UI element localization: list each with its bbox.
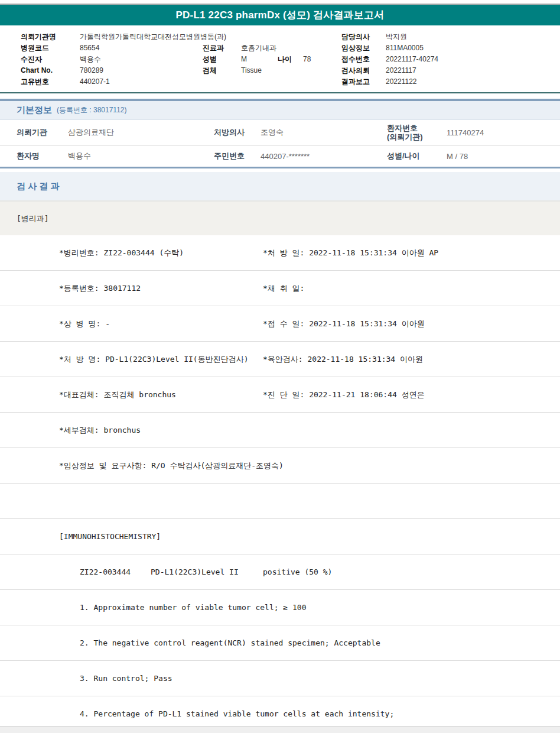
basic-info-row: 의뢰기관 삼광의료재단 처방의사 조영숙 환자번호(의뢰기관) 11174027…	[0, 120, 560, 145]
report-page: PD-L1 22C3 pharmDx (성모) 검사결과보고서 의뢰기관명 가톨…	[0, 0, 560, 733]
result-row: *임상정보 및 요구사항: R/O 수탁검사(삼광의료재단-조영숙)	[0, 448, 560, 484]
field-label-line: (의뢰기관)	[387, 132, 447, 141]
field-label: 주민번호	[214, 151, 261, 161]
section-title: 검 사 결 과	[17, 181, 60, 192]
field-value: M / 78	[447, 152, 560, 161]
result-field-right: *접 수 일: 2022-11-18 15:31:34 이아원	[263, 319, 560, 329]
result-field-left: *등록번호: 38017112	[59, 283, 263, 294]
department-row: [병리과]	[0, 202, 560, 235]
field-value: 가톨릭학원가톨릭대학교대전성모병원병동(과)	[80, 33, 226, 41]
field-label: 성별	[203, 55, 217, 64]
basic-info-row: 환자명 백용수 주민번호 440207-******* 성별/나이 M / 78	[0, 145, 560, 167]
result-row: *병리번호: ZI22-003444 (수탁) *처 방 일: 2022-11-…	[0, 235, 560, 271]
result-field-left: *처 방 명: PD-L1(22C3)Level II(동반진단검사)	[59, 354, 263, 365]
header-row: 고유번호 440207-1 결과보고 20221122	[0, 77, 560, 86]
field-value: 삼광의료재단	[68, 127, 214, 138]
ihc-note: 2. The negative control reagent(NCR) sta…	[80, 638, 380, 647]
result-field-left: *병리번호: ZI22-003444 (수탁)	[59, 248, 263, 258]
field-label: 진료과	[203, 44, 224, 53]
ihc-note: 4. Percentage of PD-L1 stained viable tu…	[80, 709, 394, 718]
field-label: 고유번호	[21, 77, 49, 86]
report-header-info: 의뢰기관명 가톨릭학원가톨릭대학교대전성모병원병동(과) 담당의사 박지원 병원…	[0, 25, 560, 89]
result-row: *등록번호: 38017112 *채 취 일:	[0, 271, 560, 306]
department-label: [병리과]	[17, 213, 49, 224]
field-label: 나이	[278, 55, 292, 64]
result-field-left: *세부검체: bronchus	[59, 425, 263, 436]
ihc-result-value: positive (50 %)	[263, 567, 332, 576]
header-row: 수진자 백용수 성별 M 나이 78 접수번호 20221117-40274	[0, 55, 560, 64]
field-value: M	[241, 55, 247, 64]
header-row: 병원코드 85654 진료과 호흡기내과 임상정보 811MA0005	[0, 44, 560, 53]
field-label: 환자번호(의뢰기관)	[387, 124, 447, 141]
result-field-right: *채 취 일:	[263, 283, 560, 294]
section-title: 기본정보	[17, 105, 52, 116]
field-value: 811MA0005	[386, 44, 424, 53]
field-value: 780289	[80, 66, 103, 75]
ihc-test-name: PD-L1(22C3)Level II	[151, 567, 263, 576]
field-value: 20221117-40274	[386, 55, 438, 64]
field-label: 담당의사	[341, 33, 370, 41]
result-field-right: *육안검사: 2022-11-18 15:31:34 이아원	[263, 354, 560, 365]
field-value: 20221122	[386, 77, 417, 86]
result-field-left: *임상정보 및 요구사항: R/O 수탁검사(삼광의료재단-조영숙)	[59, 460, 284, 471]
basic-info-header: 기본정보 (등록번호 : 38017112)	[0, 101, 560, 120]
ihc-note-row: 1. Approximate number of viable tumor ce…	[0, 590, 560, 625]
field-value: 백용수	[68, 151, 214, 161]
field-label: 성별/나이	[387, 151, 447, 161]
results-section-header: 검 사 결 과	[0, 172, 560, 202]
field-label: 검사의뢰	[341, 66, 370, 75]
field-label: 의뢰기관	[17, 127, 68, 138]
field-label: 접수번호	[341, 55, 370, 64]
footer-strip	[0, 726, 560, 733]
header-row: Chart No. 780289 검체 Tissue 검사의뢰 20221117	[0, 66, 560, 75]
header-row: 의뢰기관명 가톨릭학원가톨릭대학교대전성모병원병동(과) 담당의사 박지원	[0, 33, 560, 41]
field-label: 수진자	[21, 55, 42, 64]
field-value: 440207-1	[80, 77, 110, 86]
field-label: 병원코드	[21, 44, 49, 53]
result-field-right: *처 방 일: 2022-11-18 15:31:34 이아원 AP	[263, 248, 560, 258]
ihc-specimen-no: ZI22-003444	[80, 567, 151, 576]
top-strip	[0, 0, 560, 5]
empty-row	[0, 484, 560, 519]
basic-info-section: 기본정보 (등록번호 : 38017112) 의뢰기관 삼광의료재단 처방의사 …	[0, 99, 560, 168]
ihc-note: 3. Run control; Pass	[80, 674, 172, 683]
ihc-note-row: 2. The negative control reagent(NCR) sta…	[0, 625, 560, 661]
section-subtitle: (등록번호 : 38017112)	[57, 105, 127, 115]
field-value: 440207-*******	[261, 152, 387, 161]
field-value: 박지원	[386, 33, 407, 41]
result-row: *대표검체: 조직검체 bronchus *진 단 일: 2022-11-21 …	[0, 377, 560, 413]
field-label: 환자명	[17, 151, 68, 161]
field-label: 결과보고	[341, 77, 370, 86]
field-value: 111740274	[447, 128, 560, 137]
ihc-section-row: [IMMUNOHISTOCHEMISTRY]	[0, 519, 560, 554]
field-value: 85654	[80, 44, 99, 53]
field-value: 백용수	[80, 55, 101, 64]
field-value: 20221117	[386, 66, 416, 75]
page-title: PD-L1 22C3 pharmDx (성모) 검사결과보고서	[176, 8, 385, 22]
ihc-note-row: 3. Run control; Pass	[0, 661, 560, 696]
result-field-left: *상 병 명: -	[59, 319, 263, 329]
ihc-note: 1. Approximate number of viable tumor ce…	[80, 603, 307, 612]
field-label: Chart No.	[21, 66, 53, 75]
result-field-left: *대표검체: 조직검체 bronchus	[59, 390, 263, 400]
field-value: Tissue	[241, 66, 262, 75]
field-value: 호흡기내과	[241, 44, 276, 53]
field-value: 조영숙	[261, 127, 387, 138]
result-row: *세부검체: bronchus	[0, 413, 560, 448]
result-row: *상 병 명: - *접 수 일: 2022-11-18 15:31:34 이아…	[0, 306, 560, 342]
field-value: 78	[303, 55, 311, 64]
result-row: *처 방 명: PD-L1(22C3)Level II(동반진단검사) *육안검…	[0, 342, 560, 377]
ihc-section-label: [IMMUNOHISTOCHEMISTRY]	[59, 532, 161, 541]
field-label-line: 환자번호	[387, 124, 447, 132]
divider-line	[0, 92, 560, 93]
field-label: 검체	[203, 66, 217, 75]
field-label: 임상정보	[341, 44, 370, 53]
result-field-right: *진 단 일: 2022-11-21 18:06:44 성연은	[263, 390, 560, 400]
report-title-bar: PD-L1 22C3 pharmDx (성모) 검사결과보고서	[0, 5, 560, 25]
field-label: 처방의사	[214, 127, 261, 138]
ihc-result-row: ZI22-003444 PD-L1(22C3)Level II positive…	[0, 554, 560, 590]
field-label: 의뢰기관명	[21, 33, 56, 41]
